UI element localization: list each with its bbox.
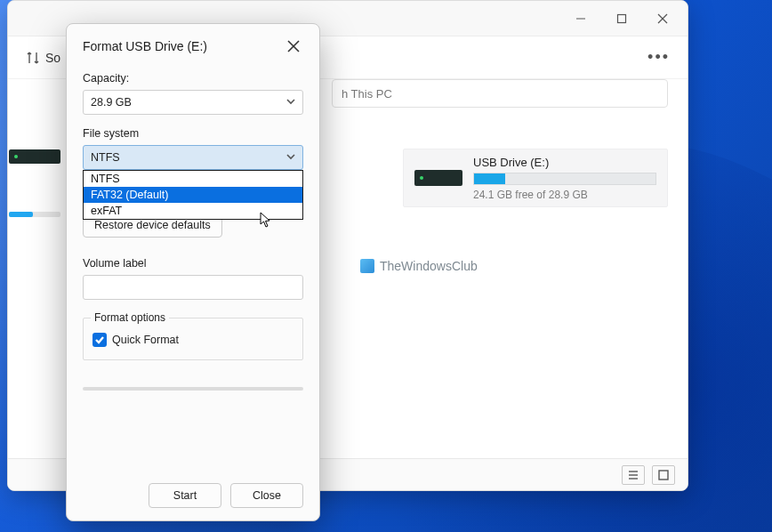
drive-name: USB Drive (E:): [473, 156, 656, 169]
sort-button[interactable]: So: [26, 51, 60, 65]
sort-label: So: [45, 51, 60, 65]
filesystem-option-ntfs[interactable]: NTFS: [84, 171, 302, 187]
format-progress-bar: [83, 387, 303, 391]
watermark: TheWindowsClub: [360, 259, 478, 273]
volume-label-label: Volume label: [83, 257, 303, 270]
chevron-down-icon: [286, 96, 295, 109]
svg-rect-1: [618, 14, 626, 22]
minimize-button[interactable]: [561, 5, 600, 32]
watermark-text: TheWindowsClub: [380, 259, 478, 273]
filesystem-dropdown: NTFS FAT32 (Default) exFAT: [83, 170, 303, 220]
cursor-icon: [260, 212, 272, 228]
more-options-button[interactable]: •••: [647, 48, 670, 67]
dialog-title: Format USB Drive (E:): [83, 39, 207, 53]
chevron-down-icon: [286, 151, 295, 164]
capacity-label: Capacity:: [83, 72, 303, 85]
format-options-legend: Format options: [91, 311, 169, 324]
filesystem-value: NTFS: [91, 151, 120, 164]
filesystem-combobox[interactable]: NTFS NTFS FAT32 (Default) exFAT: [83, 145, 303, 170]
quick-format-checkbox[interactable]: [92, 333, 107, 347]
watermark-icon: [360, 259, 374, 273]
filesystem-label: File system: [83, 127, 303, 140]
left-drive-stubs: [8, 149, 63, 236]
maximize-button[interactable]: [602, 5, 641, 32]
capacity-combobox[interactable]: 28.9 GB: [83, 90, 303, 115]
drive-stub-2[interactable]: [8, 211, 60, 236]
quick-format-label: Quick Format: [112, 334, 179, 346]
format-dialog: Format USB Drive (E:) Capacity: 28.9 GB …: [66, 23, 320, 521]
drive-free-text: 24.1 GB free of 28.9 GB: [473, 189, 656, 201]
drive-capacity-bar: [473, 173, 656, 185]
usb-drive-card[interactable]: USB Drive (E:) 24.1 GB free of 28.9 GB: [403, 149, 668, 207]
start-button[interactable]: Start: [149, 483, 221, 508]
dialog-close-button[interactable]: [284, 36, 303, 56]
format-options-fieldset: Format options Quick Format: [83, 318, 303, 360]
close-window-button[interactable]: [643, 5, 682, 32]
svg-rect-7: [659, 471, 668, 480]
volume-label-input[interactable]: [83, 275, 303, 300]
large-icons-view-button[interactable]: [652, 465, 675, 485]
filesystem-option-fat32[interactable]: FAT32 (Default): [84, 187, 302, 203]
close-button[interactable]: Close: [230, 483, 303, 508]
details-view-button[interactable]: [622, 465, 645, 485]
ssd-icon: [9, 149, 60, 164]
drive-stub-1[interactable]: [8, 149, 60, 173]
ssd-icon: [414, 170, 462, 186]
search-placeholder: h This PC: [342, 87, 392, 101]
search-this-pc-input[interactable]: h This PC: [332, 79, 668, 108]
capacity-value: 28.9 GB: [91, 96, 132, 109]
